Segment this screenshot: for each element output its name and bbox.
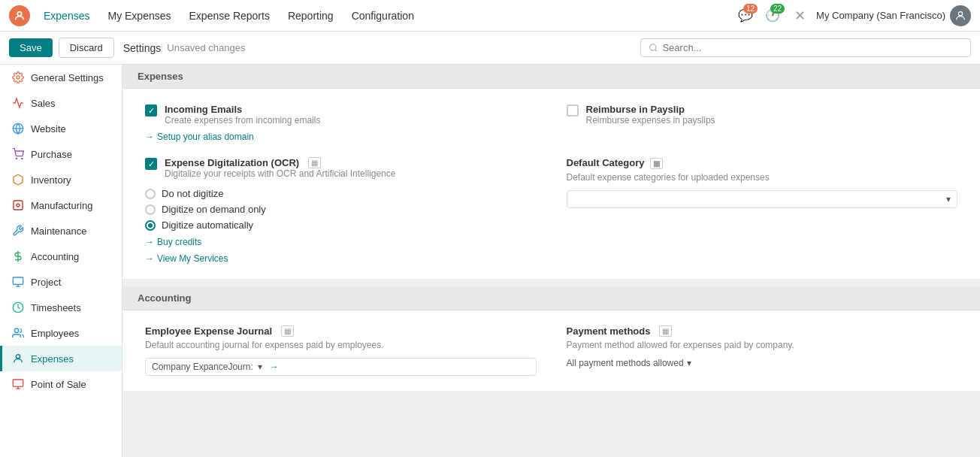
discard-button[interactable]: Discard xyxy=(59,38,114,58)
radio-circle-no-digitize xyxy=(145,189,156,199)
svg-point-0 xyxy=(17,11,21,15)
sidebar-item-manufacturing[interactable]: Manufacturing xyxy=(0,192,122,218)
journal-select-field[interactable]: Company ExpanceJourn: ▾ → xyxy=(145,358,537,376)
sidebar-item-inventory[interactable]: Inventory xyxy=(0,167,122,192)
setup-alias-link[interactable]: → Setup your alias domain xyxy=(145,132,537,142)
app-icon xyxy=(9,5,30,26)
settings-bar: Save Discard Settings Unsaved changes xyxy=(0,32,980,65)
sidebar-item-expenses[interactable]: Expenses xyxy=(0,346,122,371)
search-icon xyxy=(649,43,658,53)
sidebar-label-project: Project xyxy=(31,277,61,288)
incoming-emails-setting: ✓ Incoming Emails Create expenses from i… xyxy=(145,104,537,142)
reimburse-payslip-title: Reimburse in Payslip xyxy=(586,104,715,115)
view-services-link[interactable]: → View My Services xyxy=(145,253,537,264)
payment-methods-select[interactable]: All payment methods allowed ▾ xyxy=(567,358,958,368)
pos-icon xyxy=(11,377,25,391)
reimburse-payslip-checkbox[interactable] xyxy=(567,104,579,117)
clock-notification-button[interactable]: 🕐 22 xyxy=(762,5,783,26)
expense-digitalization-checkbox[interactable]: ✓ xyxy=(145,158,157,170)
clock-badge: 22 xyxy=(770,4,785,14)
default-category-icon: ▦ xyxy=(650,158,663,169)
svg-point-1 xyxy=(958,11,962,15)
employee-expense-journal-setting: Employee Expense Journal ▦ Default accou… xyxy=(145,325,537,376)
svg-line-3 xyxy=(655,50,657,51)
nav-expense-reports[interactable]: Expense Reports xyxy=(182,0,277,32)
section-separator xyxy=(122,280,980,286)
company-name: My Company (San Francisco) xyxy=(816,10,945,21)
journal-icon: ▦ xyxy=(281,325,294,337)
save-button[interactable]: Save xyxy=(9,38,53,57)
svg-point-10 xyxy=(17,204,20,207)
sales-icon xyxy=(11,96,25,110)
top-nav: Expenses My Expenses Expense Reports Rep… xyxy=(0,0,980,32)
svg-point-7 xyxy=(16,158,17,159)
sidebar-item-project[interactable]: Project xyxy=(0,269,122,295)
reimburse-payslip-content: Reimburse in Payslip Reimburse expenses … xyxy=(586,104,715,126)
svg-point-2 xyxy=(650,44,656,50)
buy-credits-link[interactable]: → Buy credits xyxy=(145,237,537,247)
sidebar-label-expenses: Expenses xyxy=(31,353,74,365)
timesheets-icon xyxy=(11,301,25,314)
expense-dig-desc: Digitalize your receipts with OCR and Ar… xyxy=(165,168,395,179)
svg-point-16 xyxy=(14,328,18,332)
radio-label-demand: Digitize on demand only xyxy=(162,204,266,215)
sidebar-label-maintenance: Maintenance xyxy=(31,225,86,237)
radio-digitize-auto[interactable]: Digitize automatically xyxy=(145,219,537,231)
expense-dig-content: Expense Digitalization (OCR) ▦ Digitaliz… xyxy=(165,157,395,179)
sidebar-label-timesheets: Timesheets xyxy=(31,302,81,313)
sidebar-label-sales: Sales xyxy=(31,98,56,109)
svg-point-4 xyxy=(17,76,20,79)
journal-title: Employee Expense Journal xyxy=(145,325,272,337)
payment-value: All payment methods allowed xyxy=(567,358,684,368)
sidebar-label-employees: Employees xyxy=(31,328,79,339)
incoming-emails-checkbox[interactable]: ✓ xyxy=(145,104,157,117)
chat-badge: 12 xyxy=(743,4,758,14)
incoming-emails-desc: Create expenses from incoming emails xyxy=(165,115,320,126)
sidebar-item-general-settings[interactable]: General Settings xyxy=(0,65,122,90)
search-input[interactable] xyxy=(662,42,963,53)
user-avatar xyxy=(950,5,971,26)
incoming-emails-title: Incoming Emails xyxy=(165,104,320,115)
payment-methods-setting: Payment methods ▦ Payment method allowed… xyxy=(567,325,958,376)
expenses-icon xyxy=(11,352,25,365)
chat-notification-button[interactable]: 💬 12 xyxy=(735,5,756,26)
default-category-desc: Default expense categories for uploaded … xyxy=(567,172,958,183)
expense-dig-title: Expense Digitalization (OCR) xyxy=(165,157,299,168)
maintenance-icon xyxy=(11,224,25,238)
employees-icon xyxy=(11,326,25,340)
sidebar-item-website[interactable]: Website xyxy=(0,116,122,141)
unsaved-changes-label: Unsaved changes xyxy=(167,42,245,53)
journal-header: Employee Expense Journal ▦ xyxy=(145,325,537,337)
accounting-section: Accounting Employee Expense Journal ▦ De… xyxy=(122,286,980,391)
arrow-services-icon: → xyxy=(145,253,154,264)
sidebar-item-employees[interactable]: Employees xyxy=(0,320,122,346)
ocr-icon: ▦ xyxy=(308,157,321,168)
sidebar-label-general-settings: General Settings xyxy=(31,72,104,83)
radio-do-not-digitize[interactable]: Do not digitize xyxy=(145,188,537,199)
nav-my-expenses[interactable]: My Expenses xyxy=(100,0,178,32)
sidebar-item-sales[interactable]: Sales xyxy=(0,90,122,116)
digitize-radio-group: Do not digitize Digitize on demand only … xyxy=(145,188,537,231)
company-selector[interactable]: My Company (San Francisco) xyxy=(816,5,971,26)
manufacturing-icon xyxy=(11,198,25,212)
sidebar-label-accounting: Accounting xyxy=(31,251,79,262)
sidebar-item-pos[interactable]: Point of Sale xyxy=(0,371,122,397)
default-category-select[interactable]: ▾ xyxy=(567,190,958,208)
radio-label-auto: Digitize automatically xyxy=(162,219,253,231)
website-icon xyxy=(11,122,25,135)
nav-configuration[interactable]: Configuration xyxy=(344,0,422,32)
radio-digitize-demand[interactable]: Digitize on demand only xyxy=(145,204,537,215)
sidebar-item-maintenance[interactable]: Maintenance xyxy=(0,218,122,244)
nav-reporting[interactable]: Reporting xyxy=(280,0,341,32)
nav-app-name[interactable]: Expenses xyxy=(36,0,97,32)
sidebar-item-purchase[interactable]: Purchase xyxy=(0,141,122,167)
sidebar-label-manufacturing: Manufacturing xyxy=(31,200,92,211)
journal-desc: Default accounting journal for expenses … xyxy=(145,340,537,350)
close-icon[interactable]: ✕ xyxy=(789,5,810,26)
sidebar-item-timesheets[interactable]: Timesheets xyxy=(0,295,122,320)
accounting-settings-grid: Employee Expense Journal ▦ Default accou… xyxy=(145,325,957,376)
search-bar[interactable] xyxy=(640,38,971,57)
project-icon xyxy=(11,275,25,289)
nav-left: Expenses My Expenses Expense Reports Rep… xyxy=(9,0,735,32)
sidebar-item-accounting[interactable]: Accounting xyxy=(0,244,122,269)
